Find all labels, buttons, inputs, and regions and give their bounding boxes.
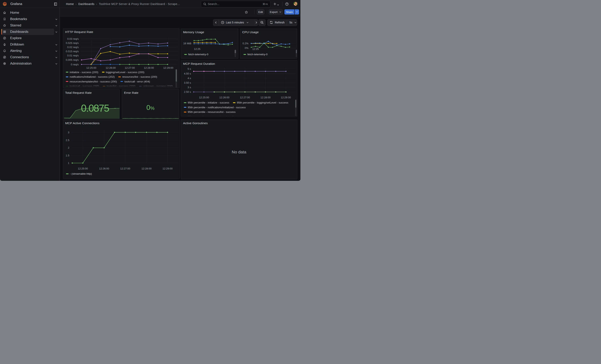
svg-text:12:25: 12:25 (252, 48, 259, 50)
svg-text:0.01 req/s: 0.01 req/s (67, 54, 79, 57)
svg-text:12:28:00: 12:28:00 (144, 66, 154, 69)
svg-text:3: 3 (68, 131, 69, 134)
svg-text:5 s: 5 s (188, 67, 191, 70)
svg-text:12:25:00: 12:25:00 (86, 66, 96, 69)
svg-text:0.03 req/s: 0.03 req/s (67, 37, 79, 40)
svg-text:4.50 s: 4.50 s (184, 72, 191, 75)
svg-text:1.5: 1.5 (66, 154, 69, 157)
svg-text:12:28:00: 12:28:00 (141, 167, 152, 170)
svg-text:12:26:00: 12:26:00 (220, 96, 230, 99)
svg-text:12:29:00: 12:29:00 (163, 167, 173, 170)
svg-text:12:27:00: 12:27:00 (125, 66, 135, 69)
svg-text:0.02 req/s: 0.02 req/s (67, 46, 79, 49)
svg-text:12:27:00: 12:27:00 (240, 96, 250, 99)
svg-text:0%: 0% (245, 47, 249, 49)
svg-text:12:25:00: 12:25:00 (199, 96, 209, 99)
svg-text:12:27:00: 12:27:00 (120, 167, 130, 170)
svg-text:4 s: 4 s (188, 77, 191, 80)
svg-text:3 s: 3 s (188, 86, 191, 89)
svg-text:0.015 req/s: 0.015 req/s (66, 50, 79, 53)
svg-text:3.50 s: 3.50 s (184, 81, 191, 84)
svg-text:1: 1 (68, 162, 69, 165)
svg-text:2.5: 2.5 (66, 139, 69, 142)
svg-text:0 req/s: 0 req/s (71, 63, 79, 66)
svg-text:12:26:00: 12:26:00 (106, 66, 116, 69)
svg-text:0.005 req/s: 0.005 req/s (66, 59, 79, 61)
svg-text:12:25: 12:25 (194, 48, 200, 50)
svg-text:12:26:00: 12:26:00 (99, 167, 109, 170)
svg-text:16 MiB: 16 MiB (183, 42, 191, 45)
svg-text:2.50 s: 2.50 s (184, 90, 191, 93)
svg-text:2: 2 (68, 146, 69, 149)
svg-text:12:29:00: 12:29:00 (163, 66, 173, 69)
svg-text:0.2%: 0.2% (242, 42, 249, 45)
svg-text:12:28:00: 12:28:00 (260, 96, 271, 99)
svg-text:12:25:00: 12:25:00 (78, 167, 88, 170)
svg-text:12:29:00: 12:29:00 (281, 96, 291, 99)
svg-text:0.025 req/s: 0.025 req/s (66, 41, 79, 45)
